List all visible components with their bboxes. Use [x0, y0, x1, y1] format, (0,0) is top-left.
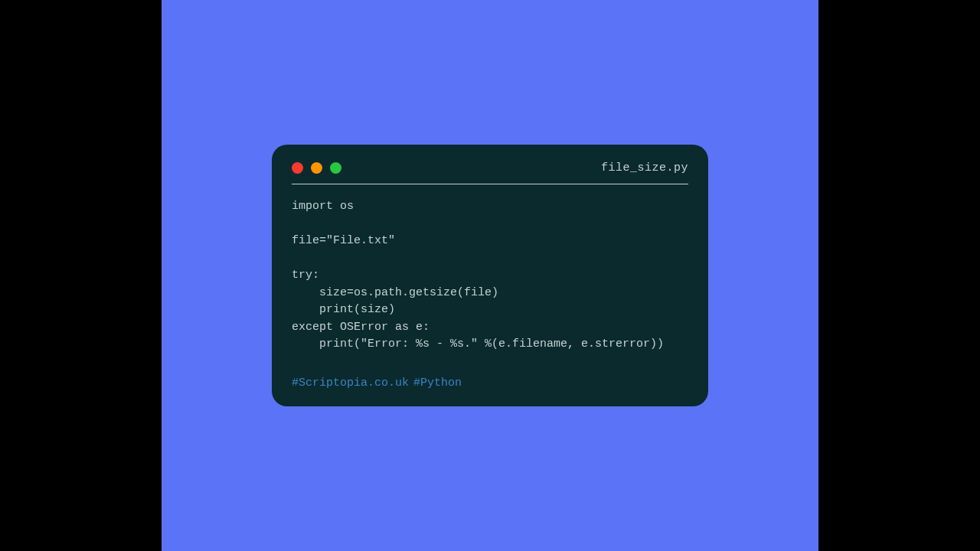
filename-label: file_size.py: [601, 161, 688, 174]
code-window: file_size.py import os file="File.txt" t…: [272, 145, 708, 406]
tag-python: #Python: [413, 377, 462, 390]
canvas-background: file_size.py import os file="File.txt" t…: [162, 0, 818, 551]
traffic-lights: [292, 162, 341, 174]
close-icon[interactable]: [292, 162, 303, 174]
minimize-icon[interactable]: [311, 162, 322, 174]
window-titlebar: file_size.py: [292, 161, 688, 184]
maximize-icon[interactable]: [330, 162, 341, 174]
tag-scriptopia: #Scriptopia.co.uk: [292, 377, 409, 390]
code-block: import os file="File.txt" try: size=os.p…: [292, 198, 688, 354]
footer-tags: #Scriptopia.co.uk#Python: [292, 377, 688, 390]
